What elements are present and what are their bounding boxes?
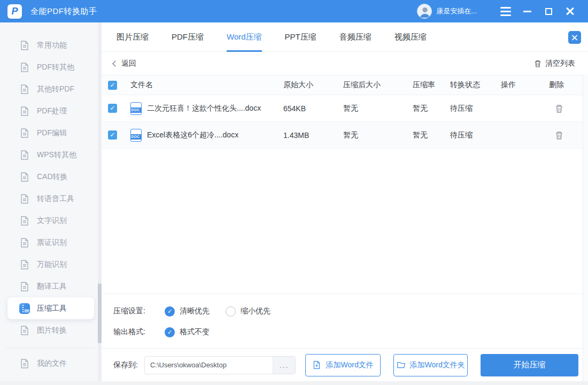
add-file-icon [312, 360, 321, 369]
main-scrollbar-track[interactable] [583, 74, 588, 381]
clear-list-button[interactable]: 清空列表 [533, 59, 575, 68]
delete-row-button[interactable] [553, 103, 565, 114]
sidebar-item-text-recognition[interactable]: 文字识别 [0, 210, 102, 232]
row-checkbox[interactable] [108, 104, 117, 113]
sidebar-item-label: 图片转换 [37, 326, 67, 335]
sidebar-item-label: 万能识别 [37, 260, 67, 270]
image-conversion-icon [19, 325, 30, 336]
trash-icon [554, 104, 564, 113]
sidebar-item-label: 票证识别 [37, 238, 67, 248]
shrink-priority-radio[interactable] [226, 306, 236, 317]
settings-section: 压缩设置: 清晰优先 缩小优先 输出格式: 格式不变 [102, 294, 588, 348]
close-panel-button[interactable] [568, 31, 581, 44]
sidebar-item-label: 文字识别 [37, 216, 67, 226]
ticket-recognition-icon [19, 237, 30, 248]
sidebar-item-other-to-pdf[interactable]: 其他转PDF [0, 78, 102, 100]
text-recognition-icon [19, 215, 30, 226]
delete-row-button[interactable] [553, 129, 565, 141]
sidebar-item-image-conversion[interactable]: 图片转换 [0, 319, 102, 341]
file-name: 二次元狂喜！这款个性化头....docx [147, 104, 261, 113]
sidebar-item-wps-to-other[interactable]: WPS转其他 [0, 144, 102, 166]
app-logo-letter: P [11, 6, 18, 17]
cad-conversion-icon [19, 172, 30, 182]
user-avatar[interactable] [417, 4, 432, 19]
toolbar-row: 返回 清空列表 [102, 52, 588, 75]
universal-recognition-icon [19, 259, 30, 270]
sidebar-scrollbar-thumb[interactable] [98, 283, 102, 343]
sidebar-item-label: CAD转换 [37, 172, 68, 182]
doc-badge: DOC [130, 134, 142, 140]
start-compression-button[interactable]: 开始压缩 [481, 354, 578, 376]
sidebar-item-ticket-recognition[interactable]: 票证识别 [0, 232, 102, 253]
tab-word-compression[interactable]: Word压缩 [227, 22, 262, 52]
add-word-folder-button[interactable]: 添加Word文件夹 [393, 354, 468, 376]
add-word-folder-label: 添加Word文件夹 [410, 360, 465, 370]
sidebar-item-universal-recognition[interactable]: 万能识别 [0, 253, 102, 275]
other-to-pdf-icon [19, 84, 30, 95]
sidebar-item-text-to-speech[interactable]: 转语音工具 [0, 188, 102, 210]
title-bar: P 全能PDF转换助手 康是安插在... [0, 0, 588, 22]
tab-ppt-compression[interactable]: PPT压缩 [285, 22, 316, 52]
sidebar-item-label: 压缩工具 [37, 304, 67, 313]
save-path-box: ... [144, 356, 296, 374]
back-label: 返回 [121, 59, 136, 68]
sidebar-item-translation-tools[interactable]: 翻译工具 [0, 275, 102, 297]
main-panel: 图片压缩 PDF压缩 Word压缩 PPT压缩 音频压缩 视频压缩 返回 清空列… [102, 22, 588, 381]
header-delete: 删除 [549, 80, 575, 90]
shrink-priority-label[interactable]: 缩小优先 [241, 306, 270, 316]
translation-tools-icon [19, 281, 30, 292]
conversion-status-value: 待压缩 [450, 130, 501, 140]
sidebar-item-cad-conversion[interactable]: CAD转换 [0, 166, 102, 188]
minimize-button[interactable] [516, 0, 538, 22]
sidebar-item-my-files[interactable]: 我的文件 [0, 352, 102, 374]
sidebar-item-label: 转语音工具 [37, 194, 74, 204]
close-window-button[interactable] [559, 0, 581, 22]
header-action: 操作 [501, 80, 549, 90]
sidebar-divider [6, 348, 95, 348]
format-unchanged-label[interactable]: 格式不变 [180, 327, 210, 337]
tab-video-compression[interactable]: 视频压缩 [394, 22, 427, 52]
sidebar-item-pdf-processing[interactable]: PDF处理 [0, 100, 102, 122]
doc-badge: DOC [130, 107, 142, 113]
save-path-input[interactable] [145, 357, 273, 374]
pdf-processing-icon [19, 106, 30, 117]
hamburger-icon [500, 7, 511, 16]
compression-setting-row: 压缩设置: 清晰优先 缩小优先 [113, 304, 588, 319]
app-logo-icon: P [7, 4, 22, 19]
sidebar-item-pdf-editing[interactable]: PDF编辑 [0, 122, 102, 144]
sidebar-item-common-functions[interactable]: 常用功能 [0, 34, 102, 56]
save-to-label: 保存到: [113, 360, 138, 370]
compressed-size-value: 暂无 [343, 130, 413, 140]
sidebar-item-label: PDF转其他 [37, 63, 74, 72]
back-button[interactable]: 返回 [113, 59, 136, 68]
add-word-file-label: 添加Word文件 [326, 360, 373, 370]
compression-setting-label: 压缩设置: [113, 306, 152, 316]
sidebar-item-label: 我的文件 [37, 359, 67, 368]
sidebar-item-label: WPS转其他 [37, 150, 76, 160]
pdf-editing-icon [19, 128, 30, 138]
main-menu-button[interactable] [495, 0, 516, 22]
file-name: Excel表格这6个超冷....docx [147, 130, 238, 140]
pdf-to-other-icon [19, 62, 30, 73]
row-checkbox[interactable] [108, 130, 117, 140]
clarity-priority-label[interactable]: 清晰优先 [180, 306, 210, 316]
tab-pdf-compression[interactable]: PDF压缩 [172, 22, 204, 52]
zip-compression-icon [19, 303, 30, 314]
tab-audio-compression[interactable]: 音频压缩 [339, 22, 372, 52]
original-size-value: 654KB [283, 104, 343, 113]
person-icon [417, 4, 432, 19]
user-name[interactable]: 康是安插在... [436, 6, 477, 16]
select-all-checkbox[interactable] [108, 81, 117, 90]
clarity-priority-radio[interactable] [165, 306, 175, 317]
sidebar-item-pdf-to-other[interactable]: PDF转其他 [0, 56, 102, 78]
maximize-button[interactable] [538, 0, 559, 22]
sidebar-item-label: 其他转PDF [37, 84, 74, 94]
browse-button[interactable]: ... [273, 357, 295, 374]
table-row: DOC Excel表格这6个超冷....docx 1.43MB 暂无 暂无 待压… [102, 122, 588, 149]
output-format-row: 输出格式: 格式不变 [113, 325, 588, 340]
trash-icon [554, 130, 564, 140]
format-unchanged-radio[interactable] [165, 327, 175, 337]
sidebar-item-compression-tools[interactable]: 压缩工具 [7, 297, 94, 319]
add-word-file-button[interactable]: 添加Word文件 [305, 354, 381, 376]
tab-image-compression[interactable]: 图片压缩 [117, 22, 149, 52]
